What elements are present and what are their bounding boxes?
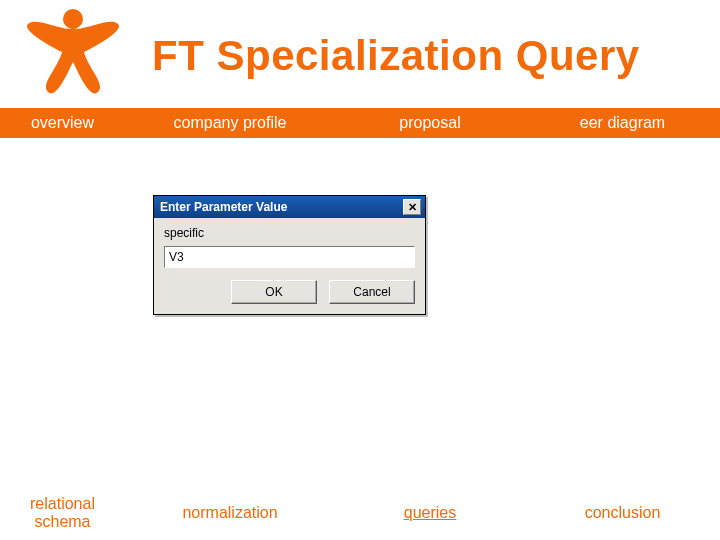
- close-icon[interactable]: ✕: [403, 199, 421, 215]
- nav-bottom: relational schema normalization queries …: [0, 498, 720, 528]
- parameter-prompt: specific: [164, 226, 415, 240]
- nav-conclusion[interactable]: conclusion: [525, 504, 720, 522]
- dialog-titlebar[interactable]: Enter Parameter Value ✕: [154, 196, 425, 218]
- nav-eer-diagram[interactable]: eer diagram: [525, 114, 720, 132]
- nav-normalization[interactable]: normalization: [125, 504, 335, 522]
- nav-overview[interactable]: overview: [0, 114, 125, 132]
- dialog-title: Enter Parameter Value: [160, 200, 403, 214]
- ok-button[interactable]: OK: [231, 280, 317, 304]
- nav-top: overview company profile proposal eer di…: [0, 108, 720, 138]
- nav-queries[interactable]: queries: [335, 504, 525, 522]
- parameter-input[interactable]: V3: [164, 246, 415, 268]
- slide: FT Specialization Query overview company…: [0, 0, 720, 540]
- nav-proposal[interactable]: proposal: [335, 114, 525, 132]
- cancel-button[interactable]: Cancel: [329, 280, 415, 304]
- page-title: FT Specialization Query: [152, 32, 640, 80]
- dialog-actions: OK Cancel: [164, 280, 415, 304]
- nav-company-profile[interactable]: company profile: [125, 114, 335, 132]
- parameter-dialog: Enter Parameter Value ✕ specific V3 OK C…: [153, 195, 426, 315]
- dialog-body: specific V3 OK Cancel: [154, 218, 425, 314]
- svg-point-0: [63, 9, 83, 29]
- brand-logo: [18, 6, 128, 98]
- nav-relational-schema[interactable]: relational schema: [0, 495, 125, 531]
